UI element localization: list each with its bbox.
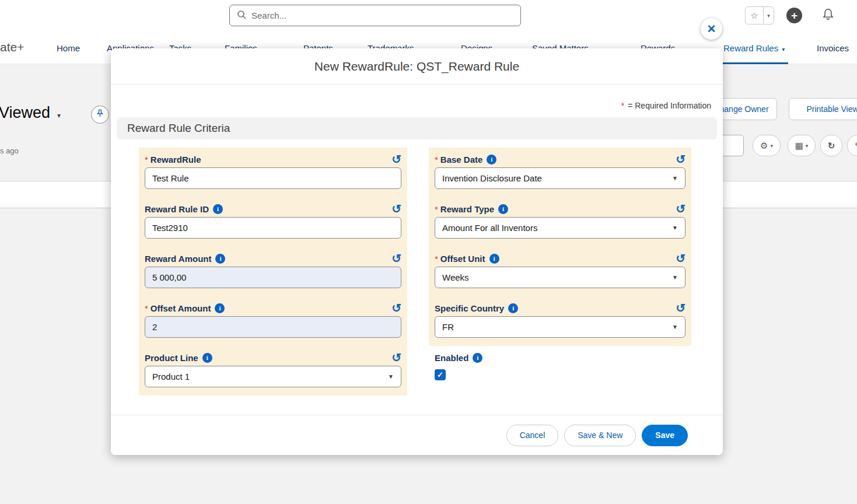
undo-icon[interactable]: ↺ [676,302,685,314]
field-label-row: Specific Countryi↺ [435,300,685,316]
field-label: Specific Country [435,303,504,313]
nav-tab-label: Home [57,43,80,53]
input-reward-rule-id[interactable] [145,217,401,239]
select-specific-country[interactable]: FR▼ [435,316,685,338]
info-icon[interactable]: i [213,204,223,214]
selected-value: Product 1 [152,372,190,382]
select-product-line[interactable]: Product 1▼ [145,366,401,387]
field-reward-amount: Reward Amounti↺ [139,247,407,296]
info-icon[interactable]: i [489,254,499,264]
modal-header: New RewardRule: QST_Reward Rule [111,48,723,85]
nav-tab-label: Reward Rules [723,43,778,53]
printable-view-button[interactable]: Printable View [789,98,857,120]
undo-icon[interactable]: ↺ [391,153,401,165]
search-input[interactable] [251,10,513,20]
info-icon[interactable]: i [202,353,212,363]
close-button[interactable]: ✕ [701,18,722,40]
favorites-button[interactable]: ☆ ▾ [745,6,774,24]
field-label-row: *Offset Amounti↺ [145,300,401,316]
modal-title: New RewardRule: QST_Reward Rule [314,60,519,74]
required-asterisk: * [621,101,624,110]
table-icon: ▦ [795,141,803,150]
nav-tab-home[interactable]: Home [57,43,80,53]
search-icon [237,10,246,22]
chevron-down-icon: ▼ [672,274,678,281]
field-label-row: *Base Datei↺ [435,151,685,167]
plus-icon: + [791,10,797,21]
display-as-button[interactable]: ▦ ▾ [788,135,816,156]
select-base-date[interactable]: Invention Disclosure Date▼ [435,167,685,189]
undo-icon[interactable]: ↺ [676,153,685,165]
field-label: Offset Unit [440,254,485,264]
modal-footer: Cancel Save & New Save [111,415,723,455]
selected-value: Invention Disclosure Date [442,173,542,183]
chevron-down-icon: ▾ [782,46,785,52]
star-icon: ☆ [746,7,763,24]
input-offset-amount[interactable] [145,316,401,338]
field-label-row: Enabledi [435,349,685,366]
field-product-line: Product Linei↺Product 1▼ [139,346,407,396]
field-label: Base Date [440,155,483,164]
close-icon: ✕ [707,22,716,36]
undo-icon[interactable]: ↺ [676,253,685,264]
required-asterisk: * [435,254,438,264]
page: { "icons": { "close": "✕", "caret_down_s… [0,0,857,504]
chevron-down-icon: ▼ [672,324,678,330]
undo-icon[interactable]: ↺ [391,203,401,215]
selected-value: FR [442,322,454,332]
info-icon[interactable]: i [508,303,518,313]
list-view-selector[interactable]: Viewed ▾ [0,104,61,122]
save-button[interactable]: Save [642,425,688,446]
list-settings-button[interactable]: ⚙ ▾ [753,135,781,156]
bell-icon [821,8,835,23]
required-asterisk: * [435,204,438,214]
field-label-row: *RewardRule↺ [145,151,401,167]
info-icon[interactable]: i [215,303,225,313]
required-asterisk: * [145,303,148,313]
chevron-down-icon[interactable]: ▾ [764,13,774,19]
field-reward-type: *Reward Typei↺Amount For all Inventors▼ [429,197,691,247]
required-asterisk: * [145,155,148,164]
pin-icon [96,109,104,120]
field-base-date: *Base Datei↺Invention Disclosure Date▼ [429,148,691,197]
info-icon[interactable]: i [498,204,508,214]
form-column-right: *Base Datei↺Invention Disclosure Date▼*R… [429,148,691,396]
edit-button[interactable]: ✎ [847,135,857,156]
nav-tab-reward-rules[interactable]: Reward Rules▾ [723,43,785,53]
chevron-down-icon: ▼ [672,225,678,231]
undo-icon[interactable]: ↺ [391,253,401,264]
chevron-down-icon: ▾ [57,111,61,120]
cancel-button[interactable]: Cancel [506,425,559,446]
undo-icon[interactable]: ↺ [676,203,685,215]
global-add-button[interactable]: + [786,8,802,23]
field-label: Reward Type [440,204,494,214]
field-label: RewardRule [151,155,201,164]
field-label-row: Product Linei↺ [145,349,401,366]
field-label-row: Reward Rule IDi↺ [145,201,401,217]
checkbox-enabled[interactable]: ✓ [435,369,446,380]
save-new-button[interactable]: Save & New [564,425,636,446]
input-rewardrule[interactable] [145,167,401,189]
info-icon[interactable]: i [215,254,225,264]
select-offset-unit[interactable]: Weeks▼ [435,267,685,288]
input-reward-amount[interactable] [145,267,401,288]
field-rewardrule: *RewardRule↺ [139,148,407,197]
notifications-button[interactable] [820,8,836,23]
section-title: Reward Rule Criteria [127,122,230,135]
nav-tab-invoices[interactable]: Invoices [817,43,849,53]
section-header: Reward Rule Criteria [117,117,717,139]
field-label: Product Line [145,353,198,363]
chevron-down-icon: ▼ [388,373,394,380]
field-label-row: *Reward Typei↺ [435,201,685,217]
field-label: Reward Amount [145,254,211,264]
refresh-button[interactable]: ↻ [820,135,842,156]
pin-button[interactable] [91,106,109,124]
required-info-note: *= Required Information [111,85,723,117]
undo-icon[interactable]: ↺ [391,302,401,314]
info-icon[interactable]: i [487,155,496,164]
chevron-down-icon: ▾ [770,143,773,149]
undo-icon[interactable]: ↺ [391,352,401,363]
select-reward-type[interactable]: Amount For all Inventors▼ [435,217,685,239]
field-label-row: Reward Amounti↺ [145,250,401,267]
info-icon[interactable]: i [473,353,482,363]
